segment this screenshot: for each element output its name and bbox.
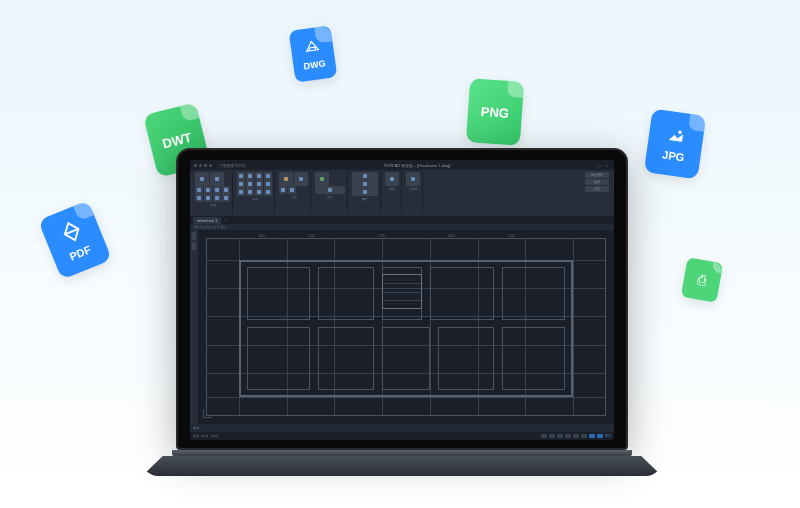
- layer-dropdown[interactable]: [315, 186, 345, 194]
- tab-close-icon[interactable]: ×: [224, 218, 226, 223]
- polyline-tool[interactable]: [210, 172, 224, 186]
- table-tool[interactable]: [288, 186, 296, 194]
- ribbon-group-block: 特性: [383, 172, 402, 214]
- png-icon: PNG: [466, 78, 524, 146]
- fillet-tool[interactable]: [255, 180, 263, 188]
- print-glyph: ⎙: [697, 271, 708, 288]
- ribbon-right-panel: 特性管理 图库 外部: [583, 172, 611, 214]
- ribbon-group-modify: 修改: [235, 172, 275, 214]
- status-bar: 模型 布局1 布局2 UCS: [190, 432, 614, 440]
- region-tool[interactable]: [222, 194, 230, 202]
- text-tool[interactable]: [279, 172, 293, 186]
- app-icon: [194, 164, 197, 167]
- layout1-tab[interactable]: 布局1: [201, 434, 209, 438]
- pdf-icon: PDF: [38, 200, 112, 280]
- line-tool[interactable]: [195, 172, 209, 186]
- layer-manager[interactable]: [315, 172, 329, 186]
- model-tab[interactable]: 模型: [193, 434, 199, 438]
- png-label: PNG: [480, 104, 509, 121]
- ucs-status[interactable]: UCS: [605, 434, 611, 438]
- dimension-tool[interactable]: [294, 172, 308, 186]
- grid-toggle[interactable]: [549, 434, 555, 438]
- mirror-tool[interactable]: [264, 172, 272, 180]
- left-tool-palette: [190, 230, 198, 424]
- insert-block[interactable]: [385, 172, 399, 186]
- ucs-icon: [202, 405, 216, 420]
- explode-tool[interactable]: [264, 188, 272, 196]
- scale-tool[interactable]: [246, 188, 254, 196]
- minimize-button[interactable]: −: [588, 163, 594, 167]
- leader-tool[interactable]: [279, 186, 287, 194]
- pdf-label: PDF: [68, 243, 93, 262]
- ortho-toggle[interactable]: [557, 434, 563, 438]
- copy-tool[interactable]: [246, 172, 254, 180]
- window-title: 中望CAD 专业版 - [Drawhome 1.dwg]: [384, 163, 450, 168]
- ribbon-group-layers: 图层: [313, 172, 348, 214]
- library-panel-btn[interactable]: 图库: [585, 179, 609, 185]
- close-button[interactable]: ×: [604, 163, 610, 167]
- layout2-tab[interactable]: 布局2: [211, 434, 219, 438]
- coord-readout: x [输入] y [输入] z 0 坐标: [193, 225, 226, 229]
- extend-tool[interactable]: [246, 180, 254, 188]
- otrack-toggle[interactable]: [581, 434, 587, 438]
- jpg-label: JPG: [662, 148, 685, 163]
- command-prompt: 命令:: [193, 426, 200, 430]
- linetype-picker[interactable]: [352, 180, 378, 188]
- print-icon: ⎙: [681, 257, 723, 303]
- laptop-base: [142, 456, 662, 476]
- rotate-tool[interactable]: [255, 172, 263, 180]
- color-picker[interactable]: [352, 172, 378, 180]
- jpg-icon: JPG: [644, 109, 706, 180]
- circle-tool[interactable]: [195, 186, 203, 194]
- lwt-toggle[interactable]: [597, 434, 603, 438]
- ribbon-group-properties: 属性: [350, 172, 381, 214]
- stretch-tool[interactable]: [255, 188, 263, 196]
- ribbon-group-annotate: 注释: [277, 172, 311, 214]
- paste-button[interactable]: [406, 172, 420, 186]
- dyn-toggle[interactable]: [589, 434, 595, 438]
- maximize-button[interactable]: □: [596, 163, 602, 167]
- laptop-screen: 三维建模与渲染 中望CAD 专业版 - [Drawhome 1.dwg] − □…: [176, 148, 628, 450]
- osnap-toggle[interactable]: [573, 434, 579, 438]
- lineweight-picker[interactable]: [352, 188, 378, 196]
- trim-tool[interactable]: [237, 180, 245, 188]
- cad-application: 三维建模与渲染 中望CAD 专业版 - [Drawhome 1.dwg] − □…: [190, 160, 614, 440]
- array-tool[interactable]: [264, 180, 272, 188]
- svg-point-0: [678, 130, 682, 134]
- laptop-hinge: [172, 450, 632, 456]
- titlebar: 三维建模与渲染 中望CAD 专业版 - [Drawhome 1.dwg] − □…: [190, 160, 614, 170]
- menu-hint[interactable]: 三维建模与渲染: [218, 163, 246, 168]
- tab-reference1[interactable]: reference 1: [193, 217, 221, 224]
- palette-btn[interactable]: [192, 232, 196, 240]
- dwg-label: DWG: [303, 58, 326, 71]
- properties-panel-btn[interactable]: 特性管理: [585, 172, 609, 178]
- canvas-area: 3400 3400 7100 6100 6100: [190, 230, 614, 424]
- ribbon-toolbar: 绘图: [190, 170, 614, 216]
- ribbon-group-clipboard: 剪贴板: [404, 172, 423, 214]
- command-line[interactable]: 命令:: [190, 424, 614, 432]
- drawing-canvas[interactable]: 3400 3400 7100 6100 6100: [198, 230, 614, 424]
- hatch-tool[interactable]: [195, 194, 203, 202]
- xref-panel-btn[interactable]: 外部: [585, 186, 609, 192]
- laptop-mockup: 三维建模与渲染 中望CAD 专业版 - [Drawhome 1.dwg] − □…: [176, 148, 628, 488]
- dwg-icon: DWG: [289, 25, 338, 82]
- document-tabs: reference 1 ×: [190, 216, 614, 224]
- snap-toggle[interactable]: [541, 434, 547, 438]
- ribbon-group-draw: 绘图: [193, 172, 233, 214]
- polar-toggle[interactable]: [565, 434, 571, 438]
- spline-tool[interactable]: [213, 194, 221, 202]
- rect-tool[interactable]: [213, 186, 221, 194]
- ellipse-tool[interactable]: [222, 186, 230, 194]
- floorplan-drawing: [206, 238, 606, 416]
- move-tool[interactable]: [237, 172, 245, 180]
- arc-tool[interactable]: [204, 186, 212, 194]
- point-tool[interactable]: [204, 194, 212, 202]
- palette-btn[interactable]: [192, 242, 196, 250]
- offset-tool[interactable]: [237, 188, 245, 196]
